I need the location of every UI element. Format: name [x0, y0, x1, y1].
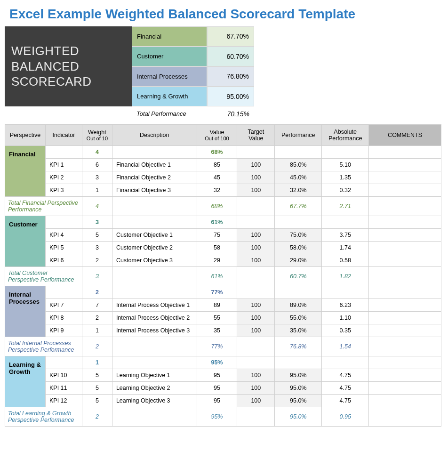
cell	[369, 407, 441, 427]
kpi-absolute: 0.35	[322, 324, 369, 337]
cell	[322, 216, 369, 229]
kpi-weight: 1	[82, 184, 112, 197]
col-weight: WeightOut of 10	[82, 125, 112, 146]
kpi-value: 85	[197, 159, 237, 171]
kpi-description: Financial Objective 3	[112, 184, 197, 197]
cell	[237, 146, 275, 159]
kpi-performance: 29.0%	[275, 254, 322, 267]
kpi-performance: 95.0%	[275, 395, 322, 407]
kpi-performance: 55.0%	[275, 312, 322, 324]
kpi-weight: 2	[82, 254, 112, 267]
perspective-cell-financial: Financial	[5, 146, 46, 197]
kpi-row: KPI 2 3 Financial Objective 2 45 100 45.…	[5, 171, 441, 184]
kpi-weight: 1	[82, 324, 112, 337]
scorecard-table: Perspective Indicator WeightOut of 10 De…	[5, 124, 441, 427]
kpi-description: Learning Objective 1	[112, 369, 197, 382]
kpi-target: 100	[237, 382, 275, 395]
cell	[45, 146, 82, 159]
kpi-absolute: 1.74	[322, 242, 369, 254]
kpi-row: KPI 3 1 Financial Objective 3 32 100 32.…	[5, 184, 441, 197]
cell	[112, 286, 197, 299]
kpi-description: Internal Process Objective 3	[112, 324, 197, 337]
kpi-comments	[369, 159, 441, 171]
kpi-value: 45	[197, 171, 237, 184]
section-total-absolute: 1.82	[322, 267, 369, 286]
section-total-weight: 2	[82, 337, 112, 356]
section-total-weight: 3	[82, 267, 112, 286]
kpi-performance: 32.0%	[275, 184, 322, 197]
section-total-financial: Total Financial Perspective Performance …	[5, 197, 441, 216]
section-total-absolute: 2.71	[322, 197, 369, 216]
col-perspective: Perspective	[5, 125, 46, 146]
kpi-row: KPI 10 5 Learning Objective 1 95 100 95.…	[5, 369, 441, 382]
section-total-value: 77%	[197, 337, 237, 356]
kpi-value: 35	[197, 324, 237, 337]
cell	[369, 197, 441, 216]
kpi-performance: 75.0%	[275, 229, 322, 242]
kpi-performance: 35.0%	[275, 324, 322, 337]
kpi-comments	[369, 184, 441, 197]
section-value: 77%	[197, 286, 237, 299]
kpi-target: 100	[237, 159, 275, 171]
kpi-absolute: 1.35	[322, 171, 369, 184]
summary-label-learning: Learning & Growth	[132, 87, 207, 107]
cell	[237, 356, 275, 369]
kpi-description: Internal Process Objective 1	[112, 299, 197, 312]
col-performance: Performance	[275, 125, 322, 146]
summary-value-internal: 76.80%	[207, 66, 254, 87]
cell	[45, 216, 82, 229]
section-total-value: 95%	[197, 407, 237, 427]
perspective-cell-learning: Learning & Growth	[5, 356, 46, 407]
cell	[112, 146, 197, 159]
kpi-description: Customer Objective 3	[112, 254, 197, 267]
section-total-absolute: 0.95	[322, 407, 369, 427]
kpi-row: KPI 12 5 Learning Objective 3 95 100 95.…	[5, 395, 441, 407]
kpi-value: 58	[197, 242, 237, 254]
cell	[369, 267, 441, 286]
kpi-row: KPI 6 2 Customer Objective 3 29 100 29.0…	[5, 254, 441, 267]
kpi-weight: 5	[82, 395, 112, 407]
section-weight: 2	[82, 286, 112, 299]
kpi-comments	[369, 395, 441, 407]
section-header-financial: Financial 4 68%	[5, 146, 441, 159]
section-total-weight: 4	[82, 197, 112, 216]
kpi-target: 100	[237, 299, 275, 312]
kpi-target: 100	[237, 254, 275, 267]
kpi-target: 100	[237, 242, 275, 254]
kpi-value: 29	[197, 254, 237, 267]
section-total-performance: 67.7%	[275, 197, 322, 216]
section-total-internal: Total Internal Processes Perspective Per…	[5, 337, 441, 356]
kpi-indicator: KPI 4	[45, 229, 82, 242]
section-weight: 3	[82, 216, 112, 229]
section-total-value: 68%	[197, 197, 237, 216]
kpi-comments	[369, 312, 441, 324]
cell	[275, 356, 322, 369]
kpi-value: 95	[197, 395, 237, 407]
section-total-value: 61%	[197, 267, 237, 286]
kpi-value: 75	[197, 229, 237, 242]
perspective-cell-internal: Internal Processes	[5, 286, 46, 337]
cell	[369, 356, 441, 369]
kpi-row: KPI 7 7 Internal Process Objective 1 89 …	[5, 299, 441, 312]
cell	[112, 337, 197, 356]
cell	[237, 337, 275, 356]
cell	[275, 216, 322, 229]
kpi-comments	[369, 254, 441, 267]
cell	[112, 267, 197, 286]
col-value: ValueOut of 100	[197, 125, 237, 146]
cell	[237, 267, 275, 286]
kpi-target: 100	[237, 229, 275, 242]
summary-value-financial: 67.70%	[207, 26, 254, 47]
section-value: 95%	[197, 356, 237, 369]
kpi-indicator: KPI 3	[45, 184, 82, 197]
section-value: 61%	[197, 216, 237, 229]
kpi-value: 89	[197, 299, 237, 312]
kpi-absolute: 0.58	[322, 254, 369, 267]
kpi-description: Learning Objective 3	[112, 395, 197, 407]
kpi-weight: 6	[82, 159, 112, 171]
section-total-label: Total Financial Perspective Performance	[5, 197, 82, 216]
summary-label-financial: Financial	[132, 26, 207, 47]
cell	[237, 216, 275, 229]
kpi-row: KPI 9 1 Internal Process Objective 3 35 …	[5, 324, 441, 337]
cell	[237, 407, 275, 427]
